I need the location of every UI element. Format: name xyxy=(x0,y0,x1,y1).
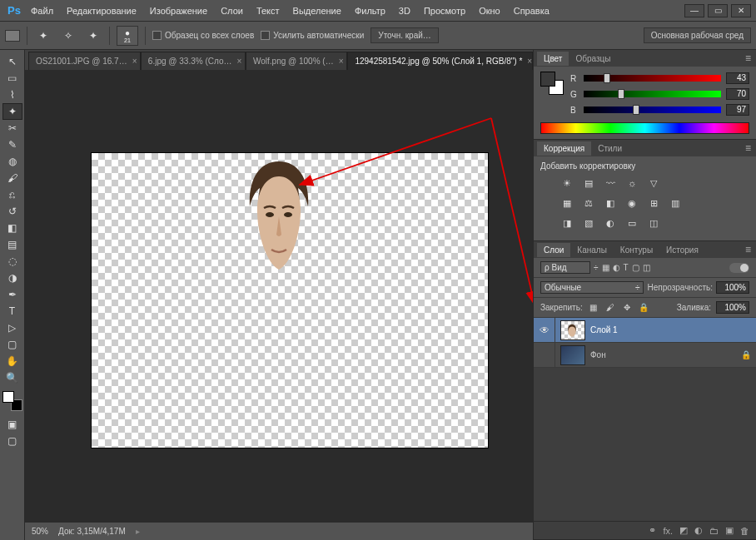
layer-name[interactable]: Слой 1 xyxy=(590,325,618,334)
eraser-tool[interactable]: ◧ xyxy=(2,220,22,236)
lock-transparency-icon[interactable]: ▦ xyxy=(588,302,599,314)
visibility-toggle[interactable]: 👁 xyxy=(534,318,555,342)
quick-selection-add-icon[interactable]: ✦ xyxy=(34,27,52,45)
channels-tab[interactable]: Каналы xyxy=(570,243,614,257)
zoom-tool[interactable]: 🔍 xyxy=(2,369,22,386)
curves-icon[interactable]: 〰 xyxy=(602,176,619,191)
link-layers-icon[interactable]: ⚭ xyxy=(649,525,656,536)
rectangle-tool[interactable]: ▢ xyxy=(2,336,22,353)
auto-enhance-checkbox[interactable]: Усилить автоматически xyxy=(261,31,364,40)
adjustments-tab[interactable]: Коррекция xyxy=(537,141,591,156)
close-icon[interactable]: × xyxy=(132,57,137,66)
bw-icon[interactable]: ◧ xyxy=(602,196,619,211)
move-tool[interactable]: ↖ xyxy=(2,53,22,70)
close-icon[interactable]: × xyxy=(527,57,532,66)
panel-menu-icon[interactable]: ≡ xyxy=(740,51,756,66)
lookup-icon[interactable]: ▥ xyxy=(667,196,684,211)
delete-layer-icon[interactable]: 🗑 xyxy=(740,526,749,536)
maximize-button[interactable]: ▭ xyxy=(708,4,728,17)
levels-icon[interactable]: ▤ xyxy=(580,176,597,191)
swatches-tab[interactable]: Образцы xyxy=(569,52,617,66)
brush-picker[interactable]: ● 21 xyxy=(117,26,138,46)
lock-pixels-icon[interactable]: 🖌 xyxy=(604,302,616,314)
layer-filter-type[interactable]: ρ Вид xyxy=(540,261,590,274)
layer-thumbnail[interactable] xyxy=(560,345,585,365)
hue-icon[interactable]: ▦ xyxy=(559,196,575,211)
blend-mode-select[interactable]: Обычные ÷ xyxy=(540,281,644,294)
color-spectrum[interactable] xyxy=(540,122,749,134)
menu-filter[interactable]: Фильтр xyxy=(349,2,391,19)
opacity-value[interactable]: 100% xyxy=(716,281,749,294)
hand-tool[interactable]: ✋ xyxy=(2,353,22,369)
quick-mask-toggle[interactable]: ▣ xyxy=(2,416,22,433)
screen-mode-toggle[interactable]: ▢ xyxy=(2,433,22,449)
layer-thumbnail[interactable] xyxy=(560,320,585,340)
quick-selection-new-icon[interactable]: ✧ xyxy=(59,27,77,45)
workspace-switcher[interactable]: Основная рабочая сред xyxy=(644,27,751,43)
crop-tool[interactable]: ✂ xyxy=(2,120,22,136)
minimize-button[interactable]: — xyxy=(684,4,704,17)
threshold-icon[interactable]: ◐ xyxy=(602,216,619,230)
g-slider[interactable] xyxy=(584,91,721,97)
lock-position-icon[interactable]: ✥ xyxy=(621,302,633,314)
menu-view[interactable]: Просмотр xyxy=(418,2,471,19)
history-brush-tool[interactable]: ↺ xyxy=(2,203,22,220)
menu-layers[interactable]: Слои xyxy=(215,2,249,19)
visibility-toggle[interactable] xyxy=(534,343,555,367)
layer-row[interactable]: Фон 🔒 xyxy=(534,343,756,368)
panel-menu-icon[interactable]: ≡ xyxy=(740,242,756,257)
b-slider[interactable] xyxy=(584,107,721,113)
filter-adjust-icon[interactable]: ◐ xyxy=(613,263,620,272)
menu-window[interactable]: Окно xyxy=(473,2,506,19)
canvas-viewport[interactable] xyxy=(25,70,533,522)
zoom-level[interactable]: 50% xyxy=(32,527,48,536)
close-icon[interactable]: × xyxy=(339,57,344,66)
rectangular-marquee-tool[interactable]: ▭ xyxy=(2,70,22,87)
fill-value[interactable]: 100% xyxy=(716,301,749,314)
sample-all-layers-checkbox[interactable]: Образец со всех слоев xyxy=(152,31,254,40)
layers-tab[interactable]: Слои xyxy=(537,243,570,257)
color-fg-bg[interactable] xyxy=(540,72,564,95)
invert-icon[interactable]: ◨ xyxy=(559,216,575,230)
filter-pixel-icon[interactable]: ▦ xyxy=(602,263,609,272)
path-selection-tool[interactable]: ▷ xyxy=(2,320,22,336)
r-slider[interactable] xyxy=(584,75,721,82)
menu-3d[interactable]: 3D xyxy=(393,2,416,19)
color-tab[interactable]: Цвет xyxy=(537,52,569,66)
menu-text[interactable]: Текст xyxy=(251,2,286,19)
photo-filter-icon[interactable]: ◉ xyxy=(624,196,640,211)
history-tab[interactable]: История xyxy=(659,243,705,257)
exposure-icon[interactable]: ☼ xyxy=(624,176,640,191)
balance-icon[interactable]: ⚖ xyxy=(580,196,597,211)
spot-healing-tool[interactable]: ◍ xyxy=(2,153,22,170)
layer-row[interactable]: 👁 Слой 1 xyxy=(534,318,756,343)
brightness-icon[interactable]: ☀ xyxy=(559,176,575,191)
r-value[interactable]: 43 xyxy=(726,72,749,84)
gradient-map-icon[interactable]: ▭ xyxy=(624,216,640,230)
close-button[interactable]: ✕ xyxy=(731,4,751,17)
foreground-background-colors[interactable] xyxy=(2,391,22,411)
posterize-icon[interactable]: ▧ xyxy=(580,216,597,230)
menu-image[interactable]: Изображение xyxy=(144,2,213,19)
menu-edit[interactable]: Редактирование xyxy=(61,2,142,19)
tool-preset-picker[interactable] xyxy=(5,30,20,42)
menu-help[interactable]: Справка xyxy=(508,2,555,19)
menu-select[interactable]: Выделение xyxy=(287,2,347,19)
new-layer-icon[interactable]: ▣ xyxy=(725,525,734,536)
filter-smart-icon[interactable]: ◫ xyxy=(643,263,650,272)
g-value[interactable]: 70 xyxy=(726,88,749,100)
adjustment-layer-icon[interactable]: ◐ xyxy=(694,525,703,536)
channel-mixer-icon[interactable]: ⊞ xyxy=(645,196,662,211)
group-icon[interactable]: 🗀 xyxy=(709,526,719,536)
lasso-tool[interactable]: ⌇ xyxy=(2,87,22,103)
quick-selection-subtract-icon[interactable]: ✦ xyxy=(84,27,102,45)
panel-menu-icon[interactable]: ≡ xyxy=(740,141,756,156)
document-tab-active[interactable]: 12942581542.jpg @ 50% (Слой 1, RGB/8") *… xyxy=(347,52,533,70)
brush-tool[interactable]: 🖌 xyxy=(2,170,22,186)
document-tab[interactable]: Wolf.png @ 100% (…× xyxy=(246,52,347,70)
refine-edge-button[interactable]: Уточн. край… xyxy=(371,27,439,43)
menu-file[interactable]: Файл xyxy=(25,2,59,19)
fx-icon[interactable]: fx. xyxy=(663,526,673,536)
lock-all-icon[interactable]: 🔒 xyxy=(638,302,649,314)
close-icon[interactable]: × xyxy=(236,57,241,66)
